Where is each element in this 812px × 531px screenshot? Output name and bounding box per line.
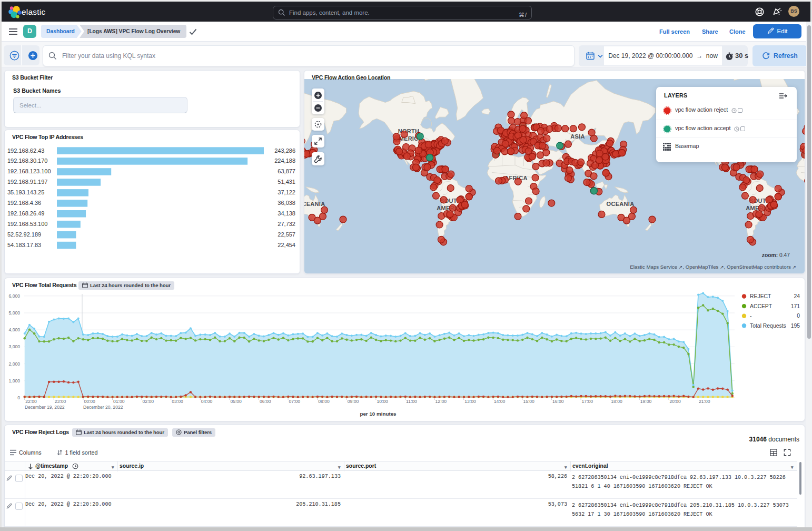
svg-text:22,454: 22,454 xyxy=(278,242,295,248)
svg-text:02:00: 02:00 xyxy=(143,399,154,404)
svg-text:15:00: 15:00 xyxy=(523,399,534,404)
svg-text:3,000: 3,000 xyxy=(8,344,20,349)
svg-text:23:00: 23:00 xyxy=(55,399,66,404)
svg-text:54.183.17.83: 54.183.17.83 xyxy=(7,242,41,248)
svg-text:14:00: 14:00 xyxy=(494,399,506,404)
svg-text:00:00: 00:00 xyxy=(84,399,95,404)
svg-text:6,000: 6,000 xyxy=(8,293,20,299)
svg-text:08:00: 08:00 xyxy=(318,399,330,404)
svg-text:171: 171 xyxy=(791,303,800,309)
svg-text:11:00: 11:00 xyxy=(406,399,417,404)
svg-text:192.168.53.100: 192.168.53.100 xyxy=(7,221,47,227)
svg-text:22:00: 22:00 xyxy=(25,399,37,404)
svg-text:21:00: 21:00 xyxy=(699,399,710,404)
svg-text:24: 24 xyxy=(794,293,800,299)
svg-text:-: - xyxy=(750,313,751,319)
svg-text:4,000: 4,000 xyxy=(8,327,20,332)
svg-text:51,431: 51,431 xyxy=(278,179,295,185)
svg-text:18:00: 18:00 xyxy=(611,399,622,404)
svg-text:16:00: 16:00 xyxy=(552,399,564,404)
svg-text:10:00: 10:00 xyxy=(377,399,388,404)
svg-text:December 19, 2022: December 19, 2022 xyxy=(25,405,65,410)
svg-text:05:00: 05:00 xyxy=(230,399,242,404)
svg-text:36,038: 36,038 xyxy=(278,200,295,206)
svg-text:34,138: 34,138 xyxy=(278,210,295,217)
svg-text:0: 0 xyxy=(17,395,20,400)
svg-text:63,877: 63,877 xyxy=(278,168,295,174)
svg-text:22,557: 22,557 xyxy=(278,231,295,238)
svg-text:192.168.4.36: 192.168.4.36 xyxy=(7,200,41,206)
svg-text:192.168.30.170: 192.168.30.170 xyxy=(7,158,47,164)
svg-text:OCEANIA: OCEANIA xyxy=(607,201,635,207)
svg-text:35.193.143.25: 35.193.143.25 xyxy=(7,189,44,195)
svg-text:17:00: 17:00 xyxy=(582,399,593,404)
svg-text:0: 0 xyxy=(797,313,800,319)
svg-text:5,000: 5,000 xyxy=(8,310,20,316)
svg-text:224,188: 224,188 xyxy=(274,158,295,164)
svg-text:07:00: 07:00 xyxy=(289,399,301,404)
svg-text:ACCEPT: ACCEPT xyxy=(750,303,773,309)
svg-text:52.52.92.189: 52.52.92.189 xyxy=(7,231,41,238)
svg-text:12:00: 12:00 xyxy=(435,399,447,404)
svg-text:192.168.26.49: 192.168.26.49 xyxy=(7,210,44,217)
svg-text:03:00: 03:00 xyxy=(172,399,183,404)
svg-text:20:00: 20:00 xyxy=(669,399,681,404)
svg-text:192.168.62.43: 192.168.62.43 xyxy=(7,148,44,154)
svg-text:2,000: 2,000 xyxy=(8,361,20,367)
svg-text:1,000: 1,000 xyxy=(8,378,20,384)
svg-text:OCEANIA: OCEANIA xyxy=(304,201,325,207)
svg-text:06:00: 06:00 xyxy=(260,399,271,404)
svg-text:243,286: 243,286 xyxy=(274,148,295,154)
svg-text:Total Requests: Total Requests xyxy=(750,323,786,329)
svg-text:01:00: 01:00 xyxy=(113,399,125,404)
svg-text:192.168.123.100: 192.168.123.100 xyxy=(7,168,51,174)
svg-text:REJECT: REJECT xyxy=(750,293,771,299)
svg-text:27,732: 27,732 xyxy=(278,221,295,227)
svg-text:37,122: 37,122 xyxy=(278,189,295,195)
svg-text:192.168.91.197: 192.168.91.197 xyxy=(7,179,47,185)
svg-text:04:00: 04:00 xyxy=(201,399,213,404)
svg-text:December 20, 2022: December 20, 2022 xyxy=(83,405,123,410)
svg-text:ASIA: ASIA xyxy=(570,133,585,140)
svg-text:per 10 minutes: per 10 minutes xyxy=(360,411,397,417)
svg-text:19:00: 19:00 xyxy=(640,399,652,404)
svg-text:195: 195 xyxy=(791,323,800,329)
svg-text:13:00: 13:00 xyxy=(464,399,476,404)
svg-text:09:00: 09:00 xyxy=(348,399,359,404)
